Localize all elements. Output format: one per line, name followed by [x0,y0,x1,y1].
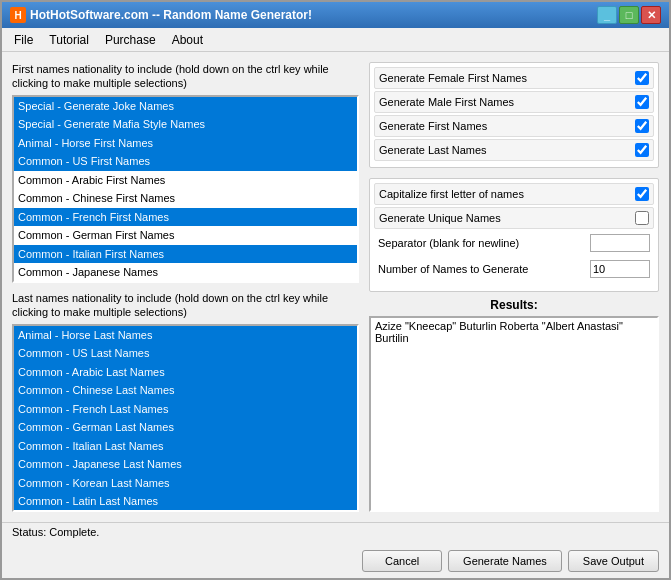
titlebar-controls: _ □ ✕ [597,6,661,24]
maximize-button[interactable]: □ [619,6,639,24]
first-name-item-6[interactable]: Common - French First Names [14,208,357,227]
female-names-row: Generate Female First Names [374,67,654,89]
num-names-input[interactable] [590,260,650,278]
capitalize-row: Capitalize first letter of names [374,183,654,205]
first-name-item-5[interactable]: Common - Chinese First Names [14,189,357,208]
generate-names-button[interactable]: Generate Names [448,550,562,572]
menu-tutorial[interactable]: Tutorial [41,31,97,49]
first-names-label: First names nationality to include (hold… [12,62,359,91]
bottom-buttons: Cancel Generate Names Save Output [2,544,669,578]
right-panel: Generate Female First Names Generate Mal… [369,62,659,512]
menu-about[interactable]: About [164,31,211,49]
last-name-item-6[interactable]: Common - Italian Last Names [14,437,357,456]
statusbar: Status: Complete. [2,522,669,544]
unique-row: Generate Unique Names [374,207,654,229]
last-names-opt-label: Generate Last Names [379,144,487,156]
male-names-label: Generate Male First Names [379,96,514,108]
last-names-opt-checkbox[interactable] [635,143,649,157]
first-name-item-2[interactable]: Animal - Horse First Names [14,134,357,153]
unique-checkbox[interactable] [635,211,649,225]
last-name-item-5[interactable]: Common - German Last Names [14,418,357,437]
results-area: Azize "Kneecap" Buturlin Roberta "Albert… [369,316,659,512]
save-output-button[interactable]: Save Output [568,550,659,572]
first-name-item-10[interactable]: Common Korean First Names [14,282,357,283]
last-name-item-1[interactable]: Common - US Last Names [14,344,357,363]
female-names-checkbox[interactable] [635,71,649,85]
menu-file[interactable]: File [6,31,41,49]
last-name-item-2[interactable]: Common - Arabic Last Names [14,363,357,382]
last-name-item-0[interactable]: Animal - Horse Last Names [14,326,357,345]
menubar: File Tutorial Purchase About [2,28,669,52]
titlebar: H HotHotSoftware.com -- Random Name Gene… [2,2,669,28]
minimize-button[interactable]: _ [597,6,617,24]
first-names-listbox[interactable]: Special - Generate Joke NamesSpecial - G… [12,95,359,283]
first-name-item-4[interactable]: Common - Arabic First Names [14,171,357,190]
first-name-item-0[interactable]: Special - Generate Joke Names [14,97,357,116]
last-names-opt-row: Generate Last Names [374,139,654,161]
first-name-item-3[interactable]: Common - US First Names [14,152,357,171]
main-content: First names nationality to include (hold… [2,52,669,522]
close-button[interactable]: ✕ [641,6,661,24]
separator-input[interactable] [590,234,650,252]
main-window: H HotHotSoftware.com -- Random Name Gene… [0,0,671,580]
window-title: HotHotSoftware.com -- Random Name Genera… [30,8,312,22]
first-names-section: First names nationality to include (hold… [12,62,359,283]
last-name-item-10[interactable]: Common - Polish Last Names [14,511,357,512]
female-names-label: Generate Female First Names [379,72,527,84]
unique-label: Generate Unique Names [379,212,501,224]
first-name-item-7[interactable]: Common - German First Names [14,226,357,245]
separator-label: Separator (blank for newline) [378,237,519,249]
last-name-item-9[interactable]: Common - Latin Last Names [14,492,357,511]
last-name-item-7[interactable]: Common - Japanese Last Names [14,455,357,474]
last-names-section: Last names nationality to include (hold … [12,291,359,512]
first-names-opt-row: Generate First Names [374,115,654,137]
num-names-label: Number of Names to Generate [378,263,528,275]
results-label: Results: [369,298,659,312]
status-text: Status: Complete. [12,526,99,538]
capitalize-label: Capitalize first letter of names [379,188,524,200]
last-names-label: Last names nationality to include (hold … [12,291,359,320]
first-name-item-9[interactable]: Common - Japanese Names [14,263,357,282]
titlebar-left: H HotHotSoftware.com -- Random Name Gene… [10,7,312,23]
cancel-button[interactable]: Cancel [362,550,442,572]
menu-purchase[interactable]: Purchase [97,31,164,49]
separator-row: Separator (blank for newline) [374,231,654,255]
first-names-opt-checkbox[interactable] [635,119,649,133]
first-names-opt-label: Generate First Names [379,120,487,132]
app-icon: H [10,7,26,23]
male-names-checkbox[interactable] [635,95,649,109]
male-names-row: Generate Male First Names [374,91,654,113]
num-names-row: Number of Names to Generate [374,257,654,281]
last-name-item-8[interactable]: Common - Korean Last Names [14,474,357,493]
last-name-item-4[interactable]: Common - French Last Names [14,400,357,419]
name-type-group: Generate Female First Names Generate Mal… [369,62,659,168]
last-names-listbox[interactable]: Animal - Horse Last NamesCommon - US Las… [12,324,359,512]
last-name-item-3[interactable]: Common - Chinese Last Names [14,381,357,400]
first-name-item-8[interactable]: Common - Italian First Names [14,245,357,264]
first-name-item-1[interactable]: Special - Generate Mafia Style Names [14,115,357,134]
left-panel: First names nationality to include (hold… [12,62,359,512]
capitalize-checkbox[interactable] [635,187,649,201]
options-group: Capitalize first letter of names Generat… [369,178,659,292]
results-section: Results: Azize "Kneecap" Buturlin Robert… [369,298,659,512]
